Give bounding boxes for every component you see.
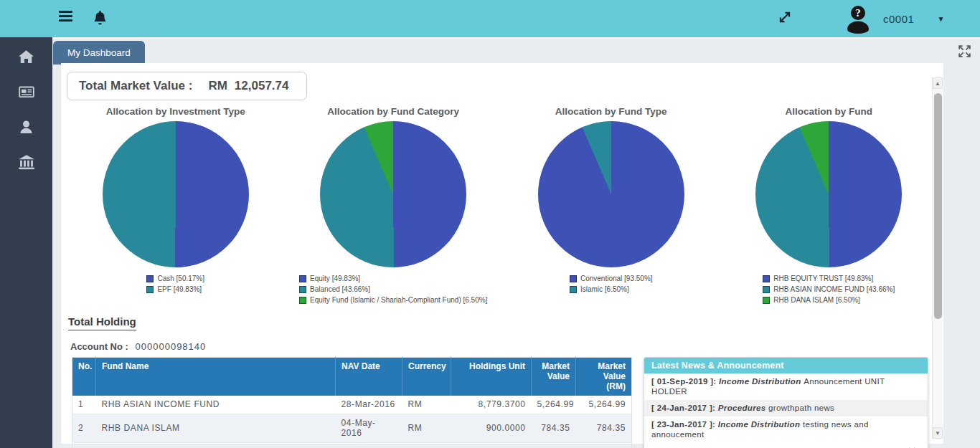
news-item[interactable]: [ 23-Jan-2017 ]: Income Distribution tes… (644, 416, 928, 443)
scrollbar-thumb[interactable] (934, 93, 942, 319)
total-holding-title: Total Holding (68, 315, 136, 330)
legend-item[interactable]: RHB DANA ISLAM [6.50%] (763, 295, 895, 305)
legend-swatch (299, 286, 306, 293)
legend-label: RHB DANA ISLAM [6.50%] (773, 295, 860, 305)
pie-legend: Cash [50.17%]EPF [49.83%] (146, 273, 204, 295)
news-more-link[interactable]: more >> (887, 445, 918, 448)
table-cell: 784.35 (576, 414, 632, 442)
total-market-value-label: Total Market Value : (79, 79, 192, 92)
top-bar: ? c0001 ▼ (0, 0, 980, 37)
table-cell: 5,264.99 (532, 396, 576, 414)
total-market-value-amount: 12,057.74 (235, 79, 289, 92)
legend-swatch (570, 286, 577, 293)
legend-item[interactable]: Balanced [43.66%] (299, 284, 487, 295)
legend-label: Equity [49.83%] (310, 273, 360, 284)
legend-label: Equity Fund (Islamic / Shariah-Compliant… (310, 295, 487, 305)
pie-chart-2: Allocation by Fund CategoryEquity [49.83… (285, 106, 503, 307)
sidebar-item-home[interactable] (0, 40, 52, 72)
column-header: No. (72, 357, 96, 396)
dashboard-panel: Total Market Value :RM12,057.74 Allocati… (61, 63, 943, 444)
scroll-down-button[interactable]: ▼ (933, 427, 943, 439)
pie-chart[interactable] (755, 121, 902, 267)
table-cell: 16-Oct-2015 (336, 442, 402, 448)
table-cell: 3 (72, 442, 96, 448)
table-cell: RM (402, 414, 451, 442)
legend-swatch (570, 275, 577, 282)
legend-item[interactable]: EPF [49.83%] (146, 284, 204, 295)
table-cell: 04-May-2016 (336, 414, 402, 442)
table-cell: 5,264.99 (576, 396, 632, 414)
news-item[interactable]: [ 24-Jan-2017 ]: Procedures growthpath n… (644, 400, 928, 416)
bank-icon (18, 154, 35, 170)
holdings-table: No.Fund NameNAV DateCurrencyHoldings Uni… (72, 357, 632, 448)
legend-label: Balanced [43.66%] (310, 284, 370, 295)
username: c0001 (883, 13, 914, 25)
table-cell: 784.35 (532, 414, 576, 442)
pie-chart-1: Allocation by Investment TypeCash [50.17… (67, 106, 285, 307)
legend-label: RHB ASIAN INCOME FUND [43.66%] (773, 284, 895, 295)
bottom-row: No.Fund NameNAV DateCurrencyHoldings Uni… (72, 357, 943, 448)
vertical-scrollbar[interactable]: ▲ ▼ (932, 77, 943, 439)
news-panel: Latest News & Announcement [ 01-Sep-2019… (644, 357, 928, 448)
pie-charts-row: Allocation by Investment TypeCash [50.17… (61, 106, 943, 307)
news-item-text: growthpath news (768, 404, 834, 412)
pie-chart-3: Allocation by Fund TypeConventional [93.… (502, 106, 720, 307)
table-row[interactable]: 1RHB ASIAN INCOME FUND28-Mar-2016RM8,779… (72, 396, 632, 414)
sidebar-item-news[interactable] (0, 75, 52, 108)
legend-item[interactable]: RHB EQUITY TRUST [49.83%] (763, 273, 895, 284)
legend-item[interactable]: Equity Fund (Islamic / Shariah-Compliant… (299, 295, 487, 305)
legend-label: Cash [50.17%] (157, 273, 204, 284)
legend-swatch (146, 286, 154, 293)
user-icon (19, 119, 34, 134)
pie-legend: Equity [49.83%]Balanced [43.66%]Equity F… (299, 273, 487, 305)
legend-label: RHB EQUITY TRUST [49.83%] (773, 273, 873, 284)
scroll-up-button[interactable]: ▲ (933, 77, 943, 89)
column-header: Market Value (RM) (576, 357, 632, 396)
legend-item[interactable]: Cash [50.17%] (146, 273, 204, 284)
account-number-line: Account No : 000000098140 (70, 341, 943, 352)
tab-my-dashboard[interactable]: My Dashboard (53, 41, 145, 65)
legend-item[interactable]: Islamic [6.50%] (570, 284, 653, 295)
legend-item[interactable]: Equity [49.83%] (299, 273, 487, 284)
table-cell: 8,779.3700 (451, 396, 532, 414)
column-header: Currency (402, 357, 451, 396)
table-cell: RHB DANA ISLAM (96, 414, 336, 442)
pie-legend: Conventional [93.50%]Islamic [6.50%] (570, 273, 653, 295)
news-panel-title: Latest News & Announcement (644, 358, 928, 373)
legend-label: EPF [49.83%] (157, 284, 202, 295)
legend-item[interactable]: RHB ASIAN INCOME FUND [43.66%] (763, 284, 895, 295)
news-item[interactable]: [ 01-Sep-2019 ]: Income Distribution Ann… (644, 373, 928, 400)
fullscreen-expand-icon[interactable] (957, 44, 972, 62)
tab-bar: My Dashboard (52, 37, 980, 63)
resize-diagonal-icon[interactable] (777, 9, 793, 28)
sidebar-item-profile[interactable] (0, 110, 52, 143)
table-cell: 12,000.0000 (451, 442, 532, 448)
account-number-label: Account No : (70, 341, 128, 352)
column-header: NAV Date (336, 357, 402, 396)
holdings-table-header-row: No.Fund NameNAV DateCurrencyHoldings Uni… (72, 357, 632, 396)
chevron-down-icon: ▼ (937, 15, 944, 23)
legend-label: Conventional [93.50%] (580, 273, 653, 284)
legend-swatch (146, 275, 154, 282)
column-header: Holdings Unit (451, 357, 532, 396)
news-item-category: Procedures (715, 404, 768, 412)
table-row[interactable]: 3RHB EQUITY TRUST16-Oct-2015RM12,000.000… (72, 442, 632, 448)
pie-chart-title: Allocation by Fund (720, 106, 938, 117)
table-row[interactable]: 2RHB DANA ISLAM04-May-2016RM900.0000784.… (72, 414, 632, 442)
account-number-value: 000000098140 (136, 341, 207, 352)
table-cell: 2 (72, 414, 96, 442)
bell-icon[interactable] (93, 9, 107, 28)
pie-chart[interactable] (538, 121, 684, 267)
pie-chart[interactable] (103, 121, 249, 267)
pie-chart[interactable] (320, 121, 466, 267)
table-cell: RHB EQUITY TRUST (96, 442, 336, 448)
news-item-category: Income Distribution (715, 420, 803, 429)
news-items: [ 01-Sep-2019 ]: Income Distribution Ann… (644, 373, 928, 443)
pie-legend: RHB EQUITY TRUST [49.83%]RHB ASIAN INCOM… (763, 273, 895, 305)
currency-code: RM (208, 79, 227, 92)
user-menu[interactable]: ? c0001 ▼ (843, 1, 944, 36)
hamburger-menu-icon[interactable] (59, 11, 72, 24)
sidebar-item-accounts[interactable] (0, 146, 52, 178)
legend-item[interactable]: Conventional [93.50%] (570, 273, 653, 284)
column-header: Market Value (532, 357, 576, 396)
